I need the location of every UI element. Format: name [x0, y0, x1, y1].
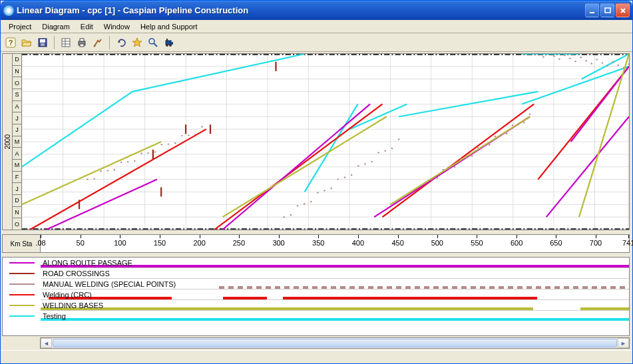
x-tick-label: 650	[550, 239, 562, 247]
legend-row[interactable]: ALONG ROUTE PASSAGE	[41, 258, 629, 268]
svg-point-15	[149, 39, 154, 44]
svg-point-92	[194, 134, 196, 135]
svg-point-118	[465, 156, 467, 158]
legend-row[interactable]: ROAD CROSSINGS	[41, 268, 629, 279]
y-axis-month-cell: M	[13, 136, 21, 148]
x-tick-label: 150	[154, 239, 166, 247]
window-controls	[585, 3, 630, 17]
svg-line-57	[305, 104, 358, 192]
properties-button[interactable]	[59, 35, 73, 50]
svg-rect-1	[605, 8, 610, 13]
tool-button[interactable]	[91, 35, 105, 50]
x-tick-label: 400	[352, 239, 364, 247]
y-axis-month-cell: O	[13, 77, 21, 89]
legend-label: Welding (CRC)	[43, 291, 92, 299]
y-axis-month-cell: N	[13, 207, 21, 219]
scroll-left-button[interactable]: ◄	[41, 338, 52, 348]
menubar: Project Diagram Edit Window Help and Sup…	[1, 20, 632, 33]
x-tick-label: 200	[193, 239, 205, 247]
menu-project[interactable]: Project	[3, 21, 37, 32]
menu-window[interactable]: Window	[99, 21, 135, 32]
scroll-thumb[interactable]	[53, 339, 617, 347]
maximize-button[interactable]	[600, 3, 614, 17]
legend-key	[3, 268, 41, 279]
window-title: Linear Diagram - cpc [1] - Caspian Pipel…	[17, 5, 585, 15]
svg-point-146	[623, 67, 624, 69]
svg-line-74	[391, 116, 530, 204]
svg-point-122	[489, 144, 490, 145]
svg-rect-0	[590, 12, 594, 13]
svg-point-134	[558, 59, 560, 60]
x-tick-label: 250	[233, 239, 245, 247]
svg-point-94	[284, 216, 285, 218]
svg-point-123	[495, 136, 496, 137]
scroll-track[interactable]	[52, 338, 618, 348]
svg-point-120	[477, 146, 479, 148]
svg-point-100	[323, 190, 325, 191]
x-tick-label: 100	[114, 239, 126, 247]
svg-point-90	[181, 135, 182, 136]
svg-point-142	[602, 62, 603, 63]
legend-row[interactable]: WELDING BASES	[41, 300, 629, 311]
svg-point-96	[297, 205, 298, 206]
svg-point-85	[147, 152, 148, 154]
svg-point-98	[310, 201, 312, 202]
svg-point-99	[317, 192, 318, 193]
svg-point-117	[460, 158, 461, 159]
svg-point-101	[331, 188, 332, 189]
print-button[interactable]	[75, 35, 89, 50]
chart-canvas[interactable]	[22, 54, 629, 230]
app-window: Linear Diagram - cpc [1] - Caspian Pipel…	[0, 0, 633, 364]
titlebar[interactable]: Linear Diagram - cpc [1] - Caspian Pipel…	[1, 1, 632, 20]
favorite-button[interactable]	[130, 35, 144, 50]
menu-edit[interactable]: Edit	[75, 21, 99, 32]
y-axis-month-cell: O	[13, 218, 21, 230]
horizontal-scrollbar[interactable]: ◄ ►	[40, 337, 630, 349]
svg-rect-12	[80, 39, 84, 41]
svg-point-137	[574, 61, 576, 62]
x-tick-label: 600	[511, 239, 523, 247]
svg-point-111	[398, 138, 399, 140]
legend-row[interactable]: MANUAL WELDING (SPECIAL POINTS)	[41, 279, 629, 289]
y-axis-month-cell: F	[13, 172, 21, 184]
svg-point-77	[93, 178, 95, 179]
svg-point-79	[107, 170, 108, 171]
svg-point-136	[569, 58, 570, 59]
svg-line-16	[154, 43, 157, 47]
svg-point-97	[304, 203, 305, 204]
x-tick-label: 550	[471, 239, 483, 247]
save-button[interactable]	[35, 35, 50, 50]
x-axis-ticks: .085010015020025030035040045050055060065…	[41, 235, 629, 252]
svg-point-104	[351, 174, 352, 176]
zoom-button[interactable]	[146, 35, 160, 50]
help-button[interactable]: ?	[3, 35, 18, 50]
locomotive-button[interactable]	[162, 35, 176, 50]
toolbar: ?	[1, 33, 632, 52]
x-tick-label: 350	[312, 239, 324, 247]
y-axis-month-cell: S	[13, 89, 21, 101]
legend-key	[3, 311, 41, 321]
legend-label: ROAD CROSSINGS	[43, 270, 110, 277]
svg-point-102	[337, 178, 339, 180]
svg-point-86	[154, 151, 156, 152]
svg-point-119	[471, 155, 473, 156]
close-button[interactable]	[616, 3, 630, 17]
svg-point-106	[364, 163, 365, 164]
svg-point-141	[596, 59, 598, 60]
undo-button[interactable]	[114, 35, 128, 50]
menu-help[interactable]: Help and Support	[135, 21, 203, 32]
svg-point-139	[585, 60, 586, 61]
menu-diagram[interactable]: Diagram	[37, 21, 75, 32]
scroll-right-button[interactable]: ►	[618, 338, 629, 348]
legend-label: MANUAL WELDING (SPECIAL POINTS)	[43, 280, 176, 288]
x-axis-panel: Km Sta .08501001502002503003504004505005…	[2, 234, 630, 253]
minimize-button[interactable]	[585, 3, 599, 17]
toolbar-separator	[54, 36, 55, 49]
svg-point-133	[553, 55, 554, 57]
svg-rect-6	[41, 43, 45, 46]
svg-point-91	[188, 134, 189, 136]
open-button[interactable]	[19, 35, 34, 50]
app-icon	[3, 5, 14, 16]
legend-row[interactable]: Welding (CRC)	[41, 289, 629, 300]
legend-row[interactable]: Testing	[41, 311, 629, 321]
